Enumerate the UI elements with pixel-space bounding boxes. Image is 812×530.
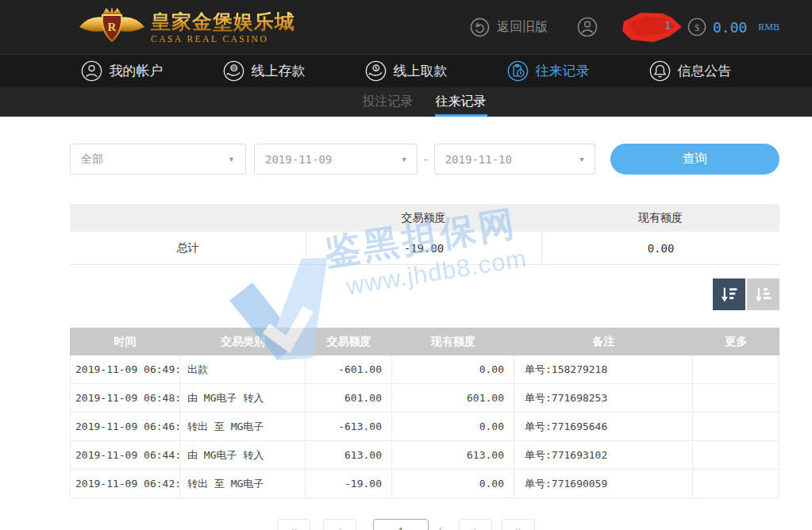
cell-amount: -601.00	[306, 355, 392, 384]
total-balance-amount: 0.00	[541, 232, 779, 265]
summary-header-transaction: 交易额度	[306, 211, 541, 225]
nav-item-withdraw[interactable]: $ 线上取款	[365, 60, 448, 82]
cell-type: 由 MG电子 转入	[180, 441, 306, 470]
cell-balance: 601.00	[392, 384, 514, 413]
query-button[interactable]: 查询	[610, 144, 779, 175]
nav-label: 往来记录	[536, 62, 590, 80]
sort-descending-button[interactable]	[713, 278, 745, 310]
header-more: 更多	[693, 335, 779, 349]
cell-amount: -19.00	[306, 470, 392, 498]
total-transaction-amount: -19.00	[306, 232, 541, 265]
prev-page-button[interactable]: ‹	[323, 519, 356, 530]
next-page-button[interactable]: ›	[459, 519, 492, 530]
chevron-down-icon: ▼	[228, 156, 235, 163]
account-icon	[81, 60, 102, 82]
chevron-down-icon: ▼	[579, 156, 583, 163]
date-from-select[interactable]: 2019-11-09 ▼	[254, 144, 418, 175]
cell-time: 2019-11-09 06:46:26	[70, 413, 180, 441]
username-area: 1	[601, 0, 684, 54]
sort-ascending-button[interactable]	[747, 278, 779, 310]
balance-currency: RMB	[758, 21, 779, 33]
main-navigation: 我的帐户 线上存款 $ 线上取款	[0, 54, 812, 87]
date-range-separator: -	[424, 153, 428, 166]
cell-more	[693, 470, 779, 498]
nav-item-records[interactable]: 往来记录	[507, 60, 590, 82]
back-to-old-version[interactable]: 返回旧版	[470, 0, 548, 54]
nav-label: 线上存款	[252, 62, 306, 80]
cell-more	[693, 355, 779, 384]
cell-amount: 601.00	[306, 384, 392, 413]
header-amount: 交易额度	[306, 335, 392, 349]
user-account-area[interactable]: 1	[577, 0, 684, 54]
records-table-body: 2019-11-09 06:49:28出款-601.000.00单号:15827…	[70, 355, 779, 498]
logo-subtitle: CASA REAL CASINO	[151, 35, 295, 44]
cell-more	[693, 441, 779, 470]
pagination: « ‹ / › »	[0, 519, 812, 530]
withdraw-icon: $	[365, 60, 387, 82]
nav-label: 我的帐户	[110, 62, 164, 80]
dollar-coin-icon: $	[687, 17, 706, 36]
header-type: 交易类别	[180, 335, 306, 349]
cell-balance: 613.00	[392, 441, 514, 470]
cell-remark: 单号:771690059	[514, 470, 693, 498]
records-table: 时间 交易类别 交易额度 现有额度 备注 更多 2019-11-09 06:49…	[70, 328, 779, 498]
summary-table: 交易额度 现有额度 总计 -19.00 0.00	[70, 204, 779, 265]
svg-text:R: R	[108, 21, 117, 33]
logo-title: 皇家金堡娱乐城	[151, 12, 295, 32]
svg-text:$: $	[695, 22, 699, 33]
table-row: 2019-11-09 06:46:26转出 至 MG电子-613.000.00单…	[70, 413, 779, 441]
tab-betting-records[interactable]: 投注记录	[362, 87, 414, 117]
first-page-button[interactable]: «	[277, 519, 310, 530]
header-remark: 备注	[514, 335, 693, 349]
nav-item-announcements[interactable]: 信息公告	[649, 60, 732, 82]
return-arrow-icon	[470, 17, 490, 37]
table-row: 2019-11-09 06:48:31由 MG电子 转入601.00601.00…	[70, 384, 779, 413]
cell-more	[693, 413, 779, 441]
cell-remark: 单号:158279218	[514, 355, 693, 384]
nav-label: 信息公告	[678, 62, 732, 80]
cell-remark: 单号:771698253	[514, 384, 693, 413]
cell-type: 转出 至 MG电子	[180, 413, 306, 441]
cell-type: 转出 至 MG电子	[180, 470, 306, 498]
records-icon	[507, 60, 529, 82]
type-select-value: 全部	[81, 152, 103, 167]
table-row: 2019-11-09 06:49:28出款-601.000.00单号:15827…	[70, 355, 779, 384]
site-logo[interactable]: R 皇家金堡娱乐城 CASA REAL CASINO	[78, 6, 295, 50]
sort-descending-icon	[720, 286, 738, 304]
subtab-bar: 投注记录 往来记录	[0, 87, 812, 117]
cell-type: 出款	[180, 355, 306, 384]
balance-area: $ 0.00 RMB	[687, 0, 779, 54]
cell-time: 2019-11-09 06:44:30	[70, 441, 180, 470]
announcement-bell-icon	[649, 60, 671, 82]
summary-header-balance: 现有额度	[541, 211, 779, 225]
table-row: 2019-11-09 06:44:30由 MG电子 转入613.00613.00…	[70, 441, 779, 470]
cell-balance: 0.00	[392, 355, 514, 384]
date-to-value: 2019-11-10	[445, 153, 512, 166]
nav-label: 线上取款	[394, 62, 448, 80]
header-balance: 现有额度	[392, 335, 514, 349]
summary-header: 交易额度 现有额度	[70, 204, 779, 232]
cell-remark: 单号:771695646	[514, 413, 693, 441]
cell-time: 2019-11-09 06:49:28	[70, 355, 180, 384]
table-row: 2019-11-09 06:42:13转出 至 MG电子-19.000.00单号…	[70, 470, 779, 498]
page-number-input[interactable]	[373, 519, 429, 530]
cell-type: 由 MG电子 转入	[180, 384, 306, 413]
sort-ascending-icon	[754, 286, 772, 304]
content-area: 全部 ▼ 2019-11-09 ▼ - 2019-11-10 ▼ 查询 交易额度…	[0, 117, 812, 530]
logo-emblem-icon: R	[78, 6, 146, 50]
cell-time: 2019-11-09 06:48:31	[70, 384, 180, 413]
filter-row: 全部 ▼ 2019-11-09 ▼ - 2019-11-10 ▼ 查询	[0, 117, 812, 175]
chevron-down-icon: ▼	[402, 156, 406, 163]
cell-amount: -613.00	[306, 413, 392, 441]
type-select[interactable]: 全部 ▼	[70, 144, 246, 175]
last-page-button[interactable]: »	[502, 519, 535, 530]
nav-item-my-account[interactable]: 我的帐户	[81, 60, 164, 82]
summary-total-row: 总计 -19.00 0.00	[70, 232, 779, 265]
date-to-select[interactable]: 2019-11-10 ▼	[434, 144, 595, 175]
balance-amount: 0.00	[713, 19, 747, 36]
cell-balance: 0.00	[392, 413, 514, 441]
tab-transaction-records[interactable]: 往来记录	[435, 87, 487, 117]
cell-balance: 0.00	[392, 470, 514, 498]
cell-remark: 单号:771693102	[514, 441, 693, 470]
nav-item-deposit[interactable]: 线上存款	[223, 60, 306, 82]
